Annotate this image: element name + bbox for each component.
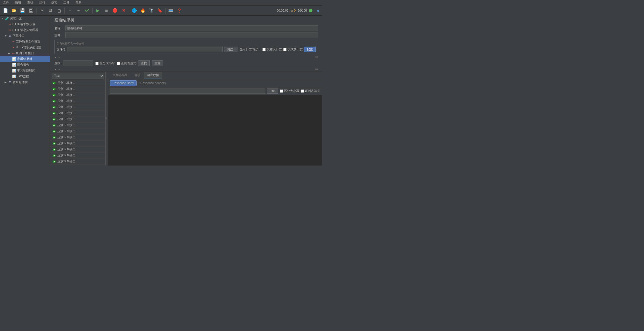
sidebar-item-http-header-mgr[interactable]: ✂ HTTP信息头管理器 xyxy=(0,27,50,33)
sidebar-item-http-defaults[interactable]: ✂ HTTP请求默认值 xyxy=(0,21,50,27)
result-item[interactable]: 压测下单接口 xyxy=(50,165,105,166)
sub-tab-response-body[interactable]: Response Body xyxy=(110,80,137,86)
divider-dots-1[interactable]: ••• xyxy=(315,55,318,59)
clear-button[interactable]: ✖ xyxy=(119,7,128,15)
detail-panel: 取样器结果 请求 响应数据 Response Body Response hea… xyxy=(108,72,322,166)
regex-checkbox[interactable] xyxy=(117,62,120,65)
stop-button[interactable]: 🛑 xyxy=(111,7,119,15)
case-sensitive-checkbox[interactable] xyxy=(95,62,99,65)
text-type-select[interactable]: Text RegExp CSS/JQuery XPath xyxy=(52,73,104,79)
binoculars-button[interactable]: 🔭 xyxy=(147,7,155,15)
result-item[interactable]: 压测下单接口 xyxy=(50,86,105,92)
remote-button[interactable]: 🌐 xyxy=(130,7,138,15)
result-item[interactable]: 压测下单接口 xyxy=(50,141,105,147)
reset-button[interactable]: 重置 xyxy=(152,60,163,66)
http-header-label: HTTP信息头管理器 xyxy=(12,28,38,32)
down-arrow-icon[interactable]: ▼ xyxy=(58,56,60,59)
sidebar-item-aggregate[interactable]: 📊 聚合报告 xyxy=(0,62,50,68)
result-item-label: 压测下单接口 xyxy=(57,129,75,134)
error-log-checkbox[interactable] xyxy=(262,48,266,51)
bookmark-button[interactable]: 🔖 xyxy=(156,7,164,15)
back-arrow-button[interactable]: ◀ xyxy=(314,8,320,14)
sub-tab-response-headers[interactable]: Response headers xyxy=(138,80,169,86)
result-item[interactable]: 压测下单接口 xyxy=(50,159,105,165)
cut-button[interactable]: ✂ xyxy=(38,7,46,15)
result-item[interactable]: 压测下单接口 xyxy=(50,104,105,110)
sidebar-item-csv-data[interactable]: ✂ CSV数据文件设置 xyxy=(0,39,50,45)
sidebar-item-init-env[interactable]: ▶ ⚙ 初始化环境 xyxy=(0,79,50,85)
filename-input[interactable] xyxy=(67,47,223,52)
name-input[interactable] xyxy=(65,25,318,31)
stop-play-button[interactable]: ⏹ xyxy=(102,7,110,15)
menu-find[interactable]: 查找 xyxy=(26,0,34,5)
result-item[interactable]: 压测下单接口 xyxy=(50,116,105,122)
add-button[interactable]: + xyxy=(66,7,74,15)
file-section-title: 所有数据写入一个文件 xyxy=(57,42,316,46)
sidebar-item-pressure-order[interactable]: ▶ ✏ 压测下单接口 xyxy=(0,50,50,56)
remove-button[interactable]: − xyxy=(74,7,83,15)
sidebar-item-tps[interactable]: 📊 TPS监控 xyxy=(0,74,50,79)
warning-icon: ⚠ xyxy=(291,9,293,12)
flame-button[interactable]: 🔥 xyxy=(139,7,147,15)
result-item[interactable]: 压测下单接口 xyxy=(50,135,105,141)
result-item[interactable]: 压测下单接口 xyxy=(50,153,105,159)
menu-help[interactable]: 帮助 xyxy=(74,0,83,5)
menu-edit[interactable]: 编辑 xyxy=(14,0,22,5)
result-item[interactable]: 压测下单接口 xyxy=(50,98,105,104)
sidebar-item-avg-response[interactable]: 📊 平均响应时间 xyxy=(0,68,50,74)
save-all-button[interactable]: 💾 xyxy=(19,7,27,15)
filename-label: 文件名 xyxy=(57,47,66,52)
comment-input[interactable] xyxy=(65,32,318,38)
sidebar-item-http-header-mgr2[interactable]: ✂ HTTP信息头管理器 xyxy=(0,45,50,50)
right-panel: 察看结果树 名称： 注释： 所有数据写入一个文件 文件名 浏览... 显示日志内… xyxy=(50,16,322,166)
vertical-splitter[interactable] xyxy=(106,72,108,166)
divider-dots-2[interactable]: ••• xyxy=(315,68,318,71)
down-arrow-icon-2[interactable]: ▼ xyxy=(58,68,60,71)
detail-search-input[interactable] xyxy=(110,88,265,94)
tab-sampler-result[interactable]: 取样器结果 xyxy=(110,72,131,79)
sidebar-item-place-order[interactable]: ▼ ⚙ 下单接口 xyxy=(0,33,50,39)
result-item[interactable]: 压测下单接口 xyxy=(50,128,105,135)
menu-run[interactable]: 运行 xyxy=(38,0,46,5)
open-templates-button[interactable]: 📂 xyxy=(10,7,18,15)
detail-find-button[interactable]: Find xyxy=(267,88,278,94)
bottom-split: Text RegExp CSS/JQuery XPath 压测下单接口 xyxy=(50,72,322,166)
shield-success-icon xyxy=(52,93,56,97)
new-button[interactable]: 📄 xyxy=(2,7,10,15)
sidebar-item-view-results[interactable]: 📊 察看结果树 xyxy=(0,56,50,62)
menu-options[interactable]: 选项 xyxy=(50,0,58,5)
play-button[interactable]: ▶ xyxy=(94,7,102,15)
config-button[interactable]: 配置 xyxy=(304,47,316,52)
result-item[interactable]: 压测下单接口 xyxy=(50,80,105,86)
shield-success-icon xyxy=(52,100,56,103)
help-button[interactable]: ❓ xyxy=(175,7,183,15)
save-button[interactable] xyxy=(27,7,35,15)
browse-button[interactable]: 浏览... xyxy=(224,47,238,52)
detail-case-sensitive-checkbox[interactable] xyxy=(280,89,283,93)
up-arrow-icon[interactable]: ▲ xyxy=(54,56,57,59)
sep5 xyxy=(165,8,166,14)
result-item[interactable]: 压测下单接口 xyxy=(50,92,105,98)
up-arrow-icon-2[interactable]: ▲ xyxy=(54,68,57,71)
place-order-label: 下单接口 xyxy=(13,34,25,38)
search-input[interactable] xyxy=(63,60,93,66)
detail-regex-checkbox[interactable] xyxy=(301,89,304,93)
paste-button[interactable] xyxy=(55,7,63,15)
tab-response-data[interactable]: 响应数据 xyxy=(144,72,162,79)
list-button[interactable] xyxy=(167,7,175,15)
root-icon: 🧪 xyxy=(5,17,9,20)
case-sensitive-group: 区分大小写 xyxy=(95,61,115,65)
tab-request[interactable]: 请求 xyxy=(131,72,143,79)
success-log-label: 仅成功日志 xyxy=(288,47,303,52)
menu-tools[interactable]: 工具 xyxy=(62,0,70,5)
result-item[interactable]: 压测下单接口 xyxy=(50,110,105,116)
detail-case-sensitive-label: 区分大小写 xyxy=(284,89,299,93)
result-item[interactable]: 压测下单接口 xyxy=(50,147,105,153)
menu-file[interactable]: 文件 xyxy=(2,0,10,5)
tree-root[interactable]: ▼ 🧪 测试计划 xyxy=(0,16,50,21)
success-log-checkbox[interactable] xyxy=(283,48,287,51)
copy-button[interactable] xyxy=(47,7,55,15)
checkmark-button[interactable] xyxy=(83,7,91,15)
find-button[interactable]: 查找 xyxy=(138,60,150,66)
result-item[interactable]: 压测下单接口 xyxy=(50,122,105,128)
